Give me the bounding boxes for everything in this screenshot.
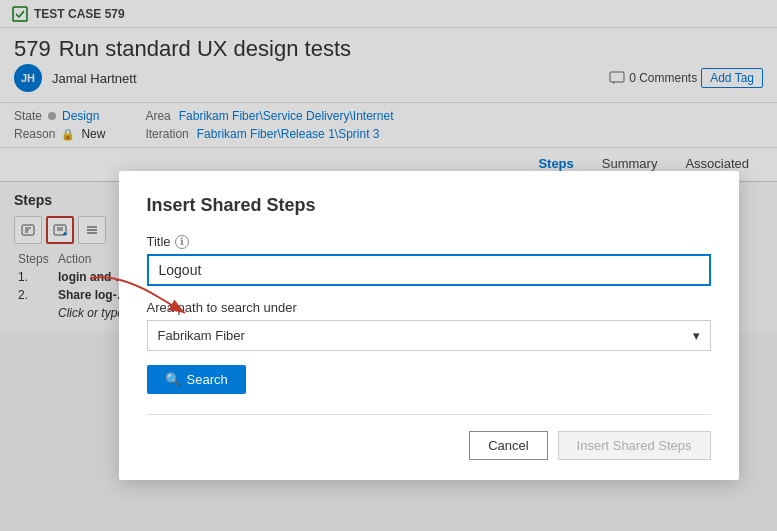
modal-overlay: Insert Shared Steps Title ℹ Area path to…	[0, 0, 777, 531]
title-field-label: Title ℹ	[147, 234, 711, 249]
search-icon: 🔍	[165, 372, 181, 387]
info-icon: ℹ	[175, 235, 189, 249]
cancel-button[interactable]: Cancel	[469, 431, 547, 460]
modal-dialog: Insert Shared Steps Title ℹ Area path to…	[119, 171, 739, 480]
modal-footer: Cancel Insert Shared Steps	[147, 414, 711, 460]
title-input[interactable]	[147, 254, 711, 286]
chevron-down-icon: ▾	[693, 328, 700, 343]
area-dropdown-value: Fabrikam Fiber	[158, 328, 245, 343]
modal-title: Insert Shared Steps	[147, 195, 711, 216]
search-button[interactable]: 🔍 Search	[147, 365, 246, 394]
insert-shared-steps-button[interactable]: Insert Shared Steps	[558, 431, 711, 460]
area-dropdown[interactable]: Fabrikam Fiber ▾	[147, 320, 711, 351]
area-path-label: Area path to search under	[147, 300, 711, 315]
